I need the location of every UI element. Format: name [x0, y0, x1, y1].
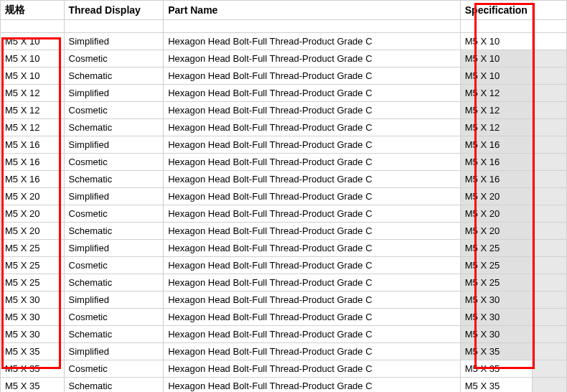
cell-thread-display[interactable]: Cosmetic	[64, 102, 164, 119]
cell-part-name[interactable]: Hexagon Head Bolt-Full Thread-Product Gr…	[164, 205, 461, 223]
cell-extra[interactable]	[532, 50, 566, 67]
cell-specification[interactable]: M5 X 25	[460, 274, 532, 291]
cell-specification[interactable]: M5 X 35	[460, 378, 532, 393]
cell-part-name[interactable]: Hexagon Head Bolt-Full Thread-Product Gr…	[164, 326, 461, 343]
cell-thread-display[interactable]: Cosmetic	[64, 257, 164, 274]
cell-extra[interactable]	[532, 33, 566, 50]
blank-cell[interactable]	[460, 20, 532, 33]
cell-spec[interactable]: M5 X 35	[1, 360, 65, 378]
cell-specification[interactable]: M5 X 16	[460, 136, 532, 154]
cell-specification[interactable]: M5 X 20	[460, 205, 532, 223]
cell-part-name[interactable]: Hexagon Head Bolt-Full Thread-Product Gr…	[164, 171, 461, 188]
cell-specification[interactable]: M5 X 12	[460, 85, 532, 102]
cell-specification[interactable]: M5 X 10	[460, 50, 532, 67]
cell-extra[interactable]	[532, 188, 566, 205]
cell-extra[interactable]	[532, 171, 566, 188]
cell-thread-display[interactable]: Schematic	[64, 119, 164, 136]
cell-thread-display[interactable]: Simplified	[64, 291, 164, 309]
cell-part-name[interactable]: Hexagon Head Bolt-Full Thread-Product Gr…	[164, 33, 461, 50]
blank-cell[interactable]	[532, 20, 566, 33]
cell-extra[interactable]	[532, 274, 566, 291]
cell-specification[interactable]: M5 X 16	[460, 171, 532, 188]
blank-cell[interactable]	[1, 20, 65, 33]
cell-extra[interactable]	[532, 291, 566, 309]
cell-part-name[interactable]: Hexagon Head Bolt-Full Thread-Product Gr…	[164, 67, 461, 85]
cell-specification[interactable]: M5 X 25	[460, 257, 532, 274]
cell-specification[interactable]: M5 X 16	[460, 154, 532, 171]
cell-thread-display[interactable]: Simplified	[64, 240, 164, 257]
cell-spec[interactable]: M5 X 10	[1, 50, 65, 67]
cell-extra[interactable]	[532, 257, 566, 274]
header-spec[interactable]: 规格	[1, 1, 65, 20]
cell-specification[interactable]: M5 X 30	[460, 291, 532, 309]
header-thread-display[interactable]: Thread Display	[64, 1, 164, 20]
cell-extra[interactable]	[532, 205, 566, 223]
cell-specification[interactable]: M5 X 35	[460, 360, 532, 378]
cell-spec[interactable]: M5 X 30	[1, 291, 65, 309]
cell-spec[interactable]: M5 X 35	[1, 378, 65, 393]
cell-thread-display[interactable]: Cosmetic	[64, 50, 164, 67]
cell-part-name[interactable]: Hexagon Head Bolt-Full Thread-Product Gr…	[164, 378, 461, 393]
header-part-name[interactable]: Part Name	[164, 1, 461, 20]
cell-spec[interactable]: M5 X 25	[1, 240, 65, 257]
cell-specification[interactable]: M5 X 20	[460, 223, 532, 240]
cell-specification[interactable]: M5 X 12	[460, 119, 532, 136]
cell-specification[interactable]: M5 X 10	[460, 67, 532, 85]
cell-part-name[interactable]: Hexagon Head Bolt-Full Thread-Product Gr…	[164, 223, 461, 240]
cell-thread-display[interactable]: Simplified	[64, 343, 164, 360]
cell-thread-display[interactable]: Schematic	[64, 223, 164, 240]
cell-spec[interactable]: M5 X 20	[1, 223, 65, 240]
cell-extra[interactable]	[532, 240, 566, 257]
cell-part-name[interactable]: Hexagon Head Bolt-Full Thread-Product Gr…	[164, 154, 461, 171]
cell-thread-display[interactable]: Simplified	[64, 33, 164, 50]
cell-spec[interactable]: M5 X 16	[1, 171, 65, 188]
cell-part-name[interactable]: Hexagon Head Bolt-Full Thread-Product Gr…	[164, 102, 461, 119]
blank-cell[interactable]	[164, 20, 461, 33]
cell-extra[interactable]	[532, 67, 566, 85]
cell-extra[interactable]	[532, 85, 566, 102]
cell-specification[interactable]: M5 X 12	[460, 102, 532, 119]
blank-cell[interactable]	[64, 20, 164, 33]
cell-extra[interactable]	[532, 154, 566, 171]
cell-spec[interactable]: M5 X 16	[1, 136, 65, 154]
cell-extra[interactable]	[532, 136, 566, 154]
cell-spec[interactable]: M5 X 10	[1, 33, 65, 50]
cell-part-name[interactable]: Hexagon Head Bolt-Full Thread-Product Gr…	[164, 257, 461, 274]
cell-spec[interactable]: M5 X 30	[1, 309, 65, 326]
cell-spec[interactable]: M5 X 12	[1, 85, 65, 102]
cell-spec[interactable]: M5 X 20	[1, 205, 65, 223]
cell-spec[interactable]: M5 X 12	[1, 102, 65, 119]
cell-spec[interactable]: M5 X 10	[1, 67, 65, 85]
cell-thread-display[interactable]: Schematic	[64, 378, 164, 393]
cell-extra[interactable]	[532, 360, 566, 378]
cell-thread-display[interactable]: Cosmetic	[64, 309, 164, 326]
cell-part-name[interactable]: Hexagon Head Bolt-Full Thread-Product Gr…	[164, 274, 461, 291]
cell-spec[interactable]: M5 X 20	[1, 188, 65, 205]
cell-thread-display[interactable]: Simplified	[64, 136, 164, 154]
cell-spec[interactable]: M5 X 12	[1, 119, 65, 136]
cell-extra[interactable]	[532, 343, 566, 360]
cell-specification[interactable]: M5 X 25	[460, 240, 532, 257]
cell-spec[interactable]: M5 X 25	[1, 274, 65, 291]
cell-part-name[interactable]: Hexagon Head Bolt-Full Thread-Product Gr…	[164, 309, 461, 326]
cell-specification[interactable]: M5 X 35	[460, 343, 532, 360]
cell-thread-display[interactable]: Cosmetic	[64, 154, 164, 171]
header-extra[interactable]	[532, 1, 566, 20]
cell-extra[interactable]	[532, 119, 566, 136]
cell-thread-display[interactable]: Schematic	[64, 274, 164, 291]
cell-extra[interactable]	[532, 378, 566, 393]
cell-specification[interactable]: M5 X 20	[460, 188, 532, 205]
cell-spec[interactable]: M5 X 25	[1, 257, 65, 274]
cell-part-name[interactable]: Hexagon Head Bolt-Full Thread-Product Gr…	[164, 360, 461, 378]
cell-spec[interactable]: M5 X 35	[1, 343, 65, 360]
header-specification[interactable]: Specification	[460, 1, 532, 20]
cell-part-name[interactable]: Hexagon Head Bolt-Full Thread-Product Gr…	[164, 50, 461, 67]
cell-thread-display[interactable]: Schematic	[64, 67, 164, 85]
cell-part-name[interactable]: Hexagon Head Bolt-Full Thread-Product Gr…	[164, 136, 461, 154]
cell-part-name[interactable]: Hexagon Head Bolt-Full Thread-Product Gr…	[164, 343, 461, 360]
data-table[interactable]: 规格 Thread Display Part Name Specificatio…	[0, 0, 567, 392]
cell-specification[interactable]: M5 X 30	[460, 326, 532, 343]
cell-thread-display[interactable]: Cosmetic	[64, 205, 164, 223]
cell-specification[interactable]: M5 X 30	[460, 309, 532, 326]
cell-part-name[interactable]: Hexagon Head Bolt-Full Thread-Product Gr…	[164, 291, 461, 309]
